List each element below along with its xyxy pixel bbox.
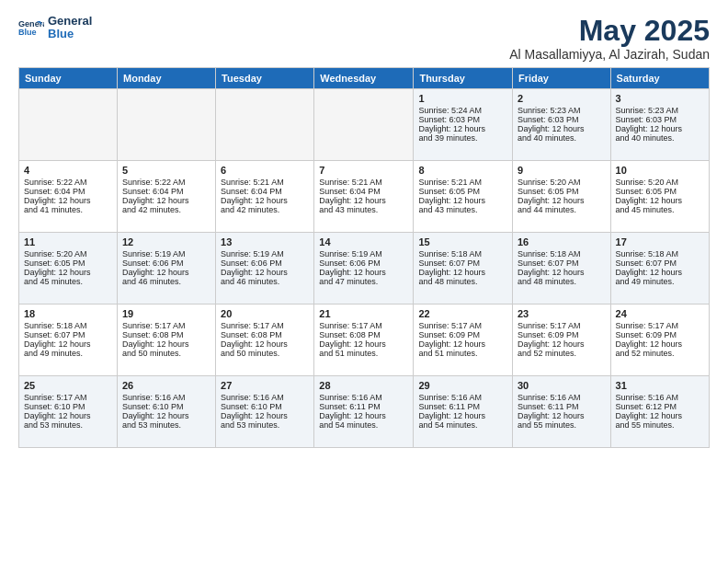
day-info-line: and 55 minutes. <box>616 420 704 430</box>
day-info-line: Sunrise: 5:16 AM <box>418 393 507 402</box>
day-info-line: Sunrise: 5:19 AM <box>122 249 210 259</box>
day-info-line: Sunset: 6:11 PM <box>518 402 606 411</box>
day-info-line: Daylight: 12 hours <box>24 196 112 205</box>
day-info-line: Sunset: 6:04 PM <box>221 187 309 196</box>
svg-text:Blue: Blue <box>18 29 37 38</box>
day-cell: 8Sunrise: 5:21 AMSunset: 6:05 PMDaylight… <box>414 161 513 233</box>
day-info-line: and 42 minutes. <box>122 205 210 214</box>
day-info-line: Sunrise: 5:16 AM <box>319 393 408 402</box>
day-info-line: and 46 minutes. <box>221 277 309 286</box>
day-number: 15 <box>418 236 507 247</box>
day-cell <box>216 89 314 161</box>
day-info-line: Sunset: 6:04 PM <box>24 187 112 196</box>
day-info-line: and 51 minutes. <box>319 349 408 358</box>
day-cell: 11Sunrise: 5:20 AMSunset: 6:05 PMDayligh… <box>19 233 118 304</box>
day-info-line: Sunrise: 5:20 AM <box>518 178 606 187</box>
day-number: 29 <box>418 380 507 391</box>
day-cell: 31Sunrise: 5:16 AMSunset: 6:12 PMDayligh… <box>610 376 709 448</box>
day-cell: 1Sunrise: 5:24 AMSunset: 6:03 PMDaylight… <box>414 89 513 161</box>
day-info-line: and 50 minutes. <box>221 349 309 358</box>
day-number: 5 <box>122 165 210 176</box>
day-info-line: and 45 minutes. <box>24 277 112 286</box>
day-info-line: Daylight: 12 hours <box>518 411 606 420</box>
title-block: May 2025 Al Masallamiyya, Al Jazirah, Su… <box>509 15 710 62</box>
calendar-table: SundayMondayTuesdayWednesdayThursdayFrid… <box>18 67 710 448</box>
day-cell: 6Sunrise: 5:21 AMSunset: 6:04 PMDaylight… <box>216 161 314 233</box>
day-info-line: Sunrise: 5:18 AM <box>518 249 606 259</box>
day-info-line: Sunrise: 5:21 AM <box>418 178 507 187</box>
day-info-line: Sunrise: 5:17 AM <box>319 321 408 330</box>
day-info-line: Sunset: 6:08 PM <box>221 330 309 339</box>
day-number: 23 <box>518 308 606 319</box>
day-cell: 25Sunrise: 5:17 AMSunset: 6:10 PMDayligh… <box>19 376 118 448</box>
day-info-line: Sunrise: 5:17 AM <box>122 321 210 330</box>
day-info-line: Sunrise: 5:17 AM <box>518 321 606 330</box>
day-info-line: and 43 minutes. <box>319 205 408 214</box>
day-info-line: Daylight: 12 hours <box>616 339 704 349</box>
day-info-line: Daylight: 12 hours <box>418 124 507 133</box>
day-number: 24 <box>616 308 704 319</box>
day-info-line: and 53 minutes. <box>122 420 210 430</box>
day-info-line: Sunrise: 5:20 AM <box>616 178 704 187</box>
day-info-line: Sunrise: 5:16 AM <box>122 393 210 402</box>
day-info-line: Daylight: 12 hours <box>616 124 704 133</box>
day-info-line: Sunset: 6:08 PM <box>319 330 408 339</box>
col-header-wednesday: Wednesday <box>314 68 414 89</box>
calendar-subtitle: Al Masallamiyya, Al Jazirah, Sudan <box>509 47 710 62</box>
day-info-line: and 53 minutes. <box>221 420 309 430</box>
week-row-5: 25Sunrise: 5:17 AMSunset: 6:10 PMDayligh… <box>19 376 710 448</box>
day-info-line: and 48 minutes. <box>518 277 606 286</box>
day-info-line: Sunset: 6:03 PM <box>518 115 606 124</box>
day-info-line: and 41 minutes. <box>24 205 112 214</box>
day-info-line: Sunrise: 5:16 AM <box>518 393 606 402</box>
day-info-line: Sunset: 6:05 PM <box>418 187 507 196</box>
day-cell: 13Sunrise: 5:19 AMSunset: 6:06 PMDayligh… <box>216 233 314 304</box>
day-info-line: and 43 minutes. <box>418 205 507 214</box>
day-info-line: Sunrise: 5:16 AM <box>221 393 309 402</box>
day-info-line: and 49 minutes. <box>616 277 704 286</box>
day-number: 27 <box>221 380 309 391</box>
day-info-line: Sunset: 6:06 PM <box>319 259 408 268</box>
day-info-line: and 42 minutes. <box>221 205 309 214</box>
day-info-line: Daylight: 12 hours <box>221 411 309 420</box>
day-info-line: Sunrise: 5:18 AM <box>616 249 704 259</box>
day-cell: 3Sunrise: 5:23 AMSunset: 6:03 PMDaylight… <box>610 89 709 161</box>
calendar-title: May 2025 <box>509 15 710 47</box>
day-info-line: Sunset: 6:03 PM <box>616 115 704 124</box>
day-info-line: and 54 minutes. <box>319 420 408 430</box>
day-info-line: Daylight: 12 hours <box>24 339 112 349</box>
day-cell: 23Sunrise: 5:17 AMSunset: 6:09 PMDayligh… <box>512 304 610 376</box>
day-cell: 14Sunrise: 5:19 AMSunset: 6:06 PMDayligh… <box>314 233 414 304</box>
day-cell: 24Sunrise: 5:17 AMSunset: 6:09 PMDayligh… <box>610 304 709 376</box>
day-info-line: Daylight: 12 hours <box>518 339 606 349</box>
day-cell: 20Sunrise: 5:17 AMSunset: 6:08 PMDayligh… <box>216 304 314 376</box>
day-info-line: Daylight: 12 hours <box>221 339 309 349</box>
day-info-line: Sunset: 6:06 PM <box>122 259 210 268</box>
day-number: 16 <box>518 236 606 247</box>
day-number: 13 <box>221 236 309 247</box>
day-number: 20 <box>221 308 309 319</box>
day-number: 19 <box>122 308 210 319</box>
logo-line2: Blue <box>48 28 92 40</box>
day-info-line: and 53 minutes. <box>24 420 112 430</box>
day-cell <box>19 89 118 161</box>
day-number: 17 <box>616 236 704 247</box>
day-cell <box>118 89 216 161</box>
day-cell: 9Sunrise: 5:20 AMSunset: 6:05 PMDaylight… <box>512 161 610 233</box>
day-info-line: and 44 minutes. <box>518 205 606 214</box>
day-info-line: Sunset: 6:07 PM <box>518 259 606 268</box>
day-info-line: Daylight: 12 hours <box>418 411 507 420</box>
day-info-line: and 39 minutes. <box>418 133 507 143</box>
day-number: 11 <box>24 236 112 247</box>
logo: General Blue General Blue <box>18 15 92 41</box>
logo-icon: General Blue <box>18 15 44 40</box>
day-info-line: Daylight: 12 hours <box>418 268 507 277</box>
day-info-line: Sunrise: 5:17 AM <box>418 321 507 330</box>
day-cell: 26Sunrise: 5:16 AMSunset: 6:10 PMDayligh… <box>118 376 216 448</box>
day-cell: 2Sunrise: 5:23 AMSunset: 6:03 PMDaylight… <box>512 89 610 161</box>
day-info-line: Sunrise: 5:20 AM <box>24 249 112 259</box>
day-info-line: Sunrise: 5:19 AM <box>221 249 309 259</box>
day-number: 22 <box>418 308 507 319</box>
day-info-line: Sunset: 6:09 PM <box>616 330 704 339</box>
day-number: 1 <box>418 93 507 104</box>
